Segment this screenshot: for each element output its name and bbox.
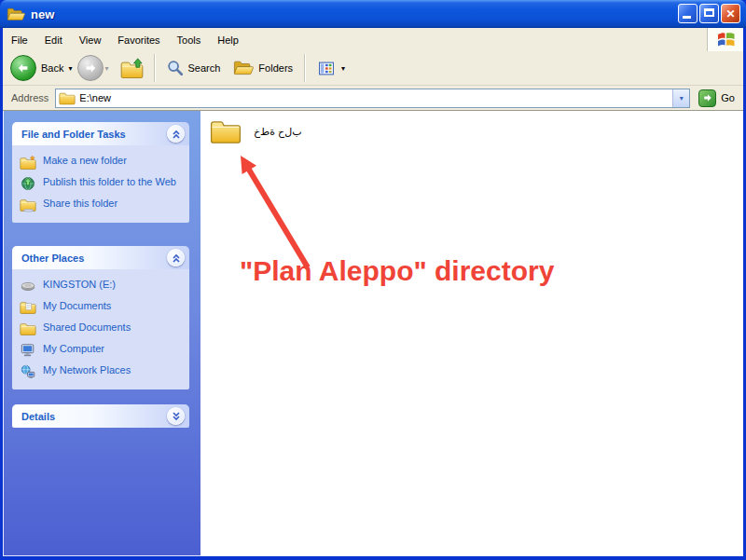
forward-button[interactable] (77, 55, 104, 81)
panel-file-and-folder-tasks: File and Folder Tasks Make a new folder (12, 122, 189, 223)
search-icon (167, 60, 184, 76)
folders-label: Folders (258, 62, 293, 74)
place-label: Shared Documents (43, 321, 131, 334)
panel-title: File and Folder Tasks (21, 129, 126, 140)
task-label: Publish this folder to the Web (43, 176, 176, 188)
my-computer-icon (20, 343, 36, 358)
annotation-arrow (200, 111, 743, 556)
back-arrow-icon (17, 61, 30, 75)
go-arrow-icon (698, 89, 716, 107)
task-label: Make a new folder (43, 155, 127, 167)
publish-web-icon (20, 176, 36, 191)
place-my-network-places[interactable]: My Network Places (20, 364, 186, 379)
place-kingston-drive[interactable]: KINGSTON (E:) (20, 279, 186, 294)
network-places-icon (20, 364, 36, 379)
toolbar-separator (154, 54, 156, 82)
back-label[interactable]: Back (41, 62, 63, 74)
search-button[interactable]: Search (160, 54, 228, 83)
toolbar-separator (304, 54, 306, 82)
minimize-icon (683, 16, 691, 19)
forward-dropdown-icon[interactable]: ▾ (104, 64, 108, 73)
address-dropdown-button[interactable]: ▾ (672, 89, 689, 107)
place-my-documents[interactable]: My Documents (20, 300, 186, 315)
up-folder-icon (120, 58, 144, 78)
expand-panel-button[interactable] (167, 407, 185, 425)
panel-title: Other Places (21, 253, 84, 264)
toolbar: Back ▾ ▾ Search Folders (3, 51, 743, 86)
go-label: Go (721, 92, 735, 103)
folders-button[interactable]: Folders (227, 54, 299, 83)
task-pane-sidebar: File and Folder Tasks Make a new folder (3, 111, 200, 556)
place-label: My Network Places (43, 364, 131, 376)
window-title: new (31, 7, 54, 21)
forward-arrow-icon (84, 61, 97, 75)
address-folder-icon (59, 91, 76, 105)
shared-documents-icon (20, 321, 36, 336)
address-label: Address (11, 92, 48, 103)
new-folder-icon (20, 155, 36, 170)
back-button[interactable] (10, 55, 36, 81)
collapse-panel-button[interactable] (167, 125, 185, 143)
menu-tools[interactable]: Tools (169, 32, 210, 48)
task-publish-to-web[interactable]: Publish this folder to the Web (20, 176, 186, 191)
minimize-button[interactable] (678, 4, 698, 23)
close-icon: ✕ (725, 7, 735, 20)
place-label: My Computer (43, 343, 104, 355)
menu-edit[interactable]: Edit (36, 32, 71, 48)
views-dropdown-icon: ▾ (341, 64, 345, 73)
menu-favorites[interactable]: Favorites (109, 32, 168, 48)
up-button[interactable] (115, 54, 149, 83)
menu-file[interactable]: File (3, 32, 36, 48)
menu-bar: File Edit View Favorites Tools Help (3, 28, 743, 52)
chevron-down-icon (172, 412, 181, 421)
chevron-up-icon (172, 130, 181, 139)
file-list-area[interactable]: خ‌ط‌ة ح‌ل‌ب "Plan Aleppo" directory (200, 111, 743, 556)
panel-header-file-tasks[interactable]: File and Folder Tasks (12, 122, 189, 145)
share-folder-icon (20, 198, 36, 212)
title-bar[interactable]: new ✕ (0, 0, 746, 28)
chevron-up-icon (172, 253, 181, 263)
explorer-window: new ✕ File Edit View Favorites Tools Hel… (0, 0, 746, 560)
folders-icon (233, 60, 254, 76)
my-documents-icon (20, 300, 36, 315)
menu-help[interactable]: Help (209, 32, 247, 48)
panel-details: Details (12, 404, 189, 428)
panel-header-details[interactable]: Details (12, 404, 189, 428)
window-folder-icon (7, 7, 25, 22)
task-make-new-folder[interactable]: Make a new folder (20, 155, 186, 170)
annotation-label: "Plan Aleppo" directory (240, 255, 554, 287)
collapse-panel-button[interactable] (167, 249, 185, 266)
place-label: KINGSTON (E:) (43, 279, 116, 291)
removable-drive-icon (20, 279, 36, 294)
views-button[interactable]: ▾ (311, 54, 357, 83)
task-share-folder[interactable]: Share this folder (20, 198, 186, 212)
views-icon (317, 61, 336, 76)
close-button[interactable]: ✕ (721, 4, 740, 23)
folder-name-label: خ‌ط‌ة ح‌ل‌ب (254, 126, 302, 138)
folder-icon (210, 118, 242, 144)
chevron-down-icon: ▾ (680, 94, 684, 102)
place-label: My Documents (43, 300, 111, 312)
address-bar: Address ▾ Go (3, 86, 743, 111)
address-input[interactable] (79, 90, 669, 105)
go-button[interactable]: Go (697, 89, 740, 107)
task-label: Share this folder (43, 198, 117, 210)
back-dropdown-icon[interactable]: ▾ (68, 64, 72, 73)
maximize-icon (704, 8, 714, 17)
panel-header-other-places[interactable]: Other Places (12, 246, 189, 269)
place-shared-documents[interactable]: Shared Documents (20, 321, 186, 336)
folder-item-plan-aleppo[interactable]: خ‌ط‌ة ح‌ل‌ب (210, 118, 302, 144)
windows-logo-icon (716, 30, 736, 49)
address-combo[interactable]: ▾ (55, 89, 690, 108)
panel-title: Details (21, 411, 55, 422)
windows-logo-panel (707, 28, 743, 51)
search-label: Search (188, 62, 221, 74)
menu-view[interactable]: View (71, 32, 110, 48)
place-my-computer[interactable]: My Computer (20, 343, 186, 358)
maximize-button[interactable] (699, 4, 719, 23)
panel-other-places: Other Places KINGSTON (E:) (12, 246, 189, 389)
